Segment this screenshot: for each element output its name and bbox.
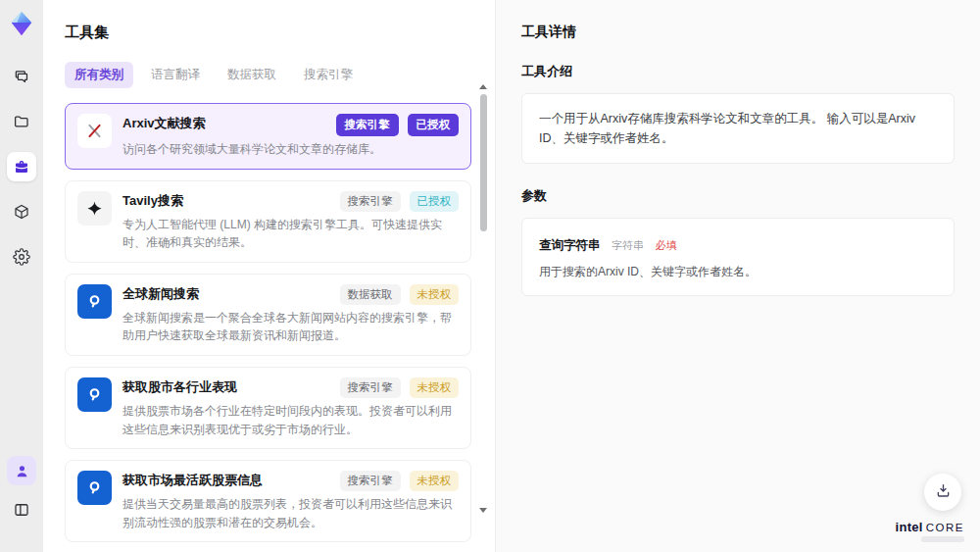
rail-item-folder[interactable] bbox=[7, 107, 36, 136]
rail-item-toolbox[interactable] bbox=[7, 152, 36, 181]
tool-card-body: 全球新闻搜索 数据获取 未授权 全球新闻搜索是一个聚合全球各大新闻网站内容的搜索… bbox=[122, 284, 459, 345]
category-badge: 数据获取 bbox=[340, 284, 401, 305]
scroll-up-arrow-icon[interactable] bbox=[479, 84, 487, 89]
rail-item-user[interactable] bbox=[7, 456, 36, 485]
tool-description: 提供当天交易量最高的股票列表，投资者可以利用这些信息来识别流动性强的股票和潜在的… bbox=[122, 495, 459, 531]
arxiv-icon bbox=[77, 114, 112, 148]
scrollbar-thumb[interactable] bbox=[480, 94, 487, 231]
intro-card: 一个用于从Arxiv存储库搜索科学论文和文章的工具。 输入可以是Arxiv ID… bbox=[521, 93, 955, 164]
core-logo-text: CORE bbox=[926, 522, 964, 533]
param-desc: 用于搜索的Arxiv ID、关键字或作者姓名。 bbox=[539, 264, 937, 280]
tool-badges: 数据获取 未授权 bbox=[340, 284, 460, 305]
auth-status-badge: 已授权 bbox=[408, 114, 460, 136]
auth-status-badge: 已授权 bbox=[410, 191, 460, 212]
tool-card-body: 获取市场最活跃股票信息 搜索引擎 未授权 提供当天交易量最高的股票列表，投资者可… bbox=[122, 471, 459, 531]
chat-icon bbox=[13, 68, 30, 85]
tab-all-categories[interactable]: 所有类别 bbox=[65, 62, 133, 88]
tavily-icon bbox=[77, 191, 112, 226]
intel-logo-text: intel bbox=[896, 520, 923, 534]
tool-badges: 搜索引擎 已授权 bbox=[340, 191, 460, 212]
param-name: 查询字符串 bbox=[539, 238, 601, 252]
app-window: 工具集 所有类别 语言翻译 数据获取 搜索引擎 Arxiv文献搜索 搜索引擎 已… bbox=[0, 0, 980, 552]
tool-title: 获取市场最活跃股票信息 bbox=[122, 471, 263, 489]
tool-description: 专为人工智能代理 (LLM) 构建的搜索引擎工具。可快速提供实时、准确和真实的结… bbox=[122, 216, 459, 252]
tab-language-translation[interactable]: 语言翻译 bbox=[141, 62, 210, 88]
package-icon bbox=[13, 203, 30, 221]
category-badge: 搜索引擎 bbox=[336, 114, 399, 136]
auth-status-badge: 未授权 bbox=[410, 471, 460, 491]
download-button[interactable] bbox=[924, 474, 961, 511]
user-icon bbox=[14, 463, 30, 479]
tool-title: Tavily搜索 bbox=[122, 191, 183, 210]
tool-title: 获取股市各行业表现 bbox=[122, 377, 237, 396]
tool-card-body: Arxiv文献搜索 搜索引擎 已授权 访问各个研究领域大量科学论文和文章的存储库… bbox=[122, 114, 459, 159]
tool-card-body: 获取股市各行业表现 搜索引擎 未授权 提供股票市场各个行业在特定时间段内的表现。… bbox=[122, 377, 459, 438]
category-badge: 搜索引擎 bbox=[340, 377, 401, 398]
tool-description: 提供股票市场各个行业在特定时间段内的表现。投资者可以利用这些信息来识别表现优于或… bbox=[122, 402, 459, 438]
category-tabs: 所有类别 语言翻译 数据获取 搜索引擎 bbox=[65, 62, 471, 88]
tab-search-engine[interactable]: 搜索引擎 bbox=[294, 62, 363, 88]
tool-description: 访问各个研究领域大量科学论文和文章的存储库。 bbox=[122, 140, 459, 159]
param-type: 字符串 bbox=[612, 239, 644, 251]
icon-rail bbox=[0, 0, 43, 552]
param-header: 查询字符串 字符串 必填 bbox=[539, 233, 937, 255]
scroll-down-arrow-icon[interactable] bbox=[479, 508, 487, 513]
params-heading: 参数 bbox=[521, 187, 955, 205]
auth-status-badge: 未授权 bbox=[410, 377, 460, 398]
panel-toggle-icon bbox=[13, 501, 30, 519]
intel-core-logo: intelCORE bbox=[896, 520, 964, 542]
download-icon bbox=[934, 481, 953, 504]
intro-text: 一个用于从Arxiv存储库搜索科学论文和文章的工具。 输入可以是Arxiv ID… bbox=[539, 109, 937, 148]
tool-badges: 搜索引擎 已授权 bbox=[336, 114, 460, 136]
rail-item-chat[interactable] bbox=[7, 62, 36, 91]
tool-card[interactable]: Arxiv文献搜索 搜索引擎 已授权 访问各个研究领域大量科学论文和文章的存储库… bbox=[65, 103, 471, 170]
tool-detail-panel: 工具详情 工具介绍 一个用于从Arxiv存储库搜索科学论文和文章的工具。 输入可… bbox=[495, 0, 980, 552]
tool-badges: 搜索引擎 未授权 bbox=[340, 471, 460, 491]
tool-list: Arxiv文献搜索 搜索引擎 已授权 访问各个研究领域大量科学论文和文章的存储库… bbox=[65, 103, 471, 546]
auth-status-badge: 未授权 bbox=[410, 284, 460, 305]
tool-card[interactable]: 全球新闻搜索 数据获取 未授权 全球新闻搜索是一个聚合全球各大新闻网站内容的搜索… bbox=[65, 274, 471, 356]
intro-heading: 工具介绍 bbox=[521, 63, 955, 80]
folder-icon bbox=[13, 113, 30, 130]
tab-data-acquisition[interactable]: 数据获取 bbox=[218, 62, 286, 88]
rail-item-settings[interactable] bbox=[7, 242, 36, 272]
tool-list-panel: 工具集 所有类别 语言翻译 数据获取 搜索引擎 Arxiv文献搜索 搜索引擎 已… bbox=[43, 0, 495, 552]
param-card: 查询字符串 字符串 必填 用于搜索的Arxiv ID、关键字或作者姓名。 bbox=[521, 218, 955, 296]
settings-icon bbox=[13, 248, 30, 266]
tool-card[interactable]: 获取股市各行业表现 搜索引擎 未授权 提供股票市场各个行业在特定时间段内的表现。… bbox=[65, 367, 471, 449]
tool-badges: 搜索引擎 未授权 bbox=[340, 377, 460, 398]
magnifier-icon bbox=[77, 284, 112, 319]
tool-title: Arxiv文献搜索 bbox=[122, 114, 206, 132]
toolbox-icon bbox=[13, 158, 30, 176]
tool-card[interactable]: Tavily搜索 搜索引擎 已授权 专为人工智能代理 (LLM) 构建的搜索引擎… bbox=[65, 180, 471, 263]
tool-card[interactable]: 获取市场最活跃股票信息 搜索引擎 未授权 提供当天交易量最高的股票列表，投资者可… bbox=[65, 460, 471, 542]
magnifier-icon bbox=[77, 471, 112, 505]
tool-card-body: Tavily搜索 搜索引擎 已授权 专为人工智能代理 (LLM) 构建的搜索引擎… bbox=[122, 191, 459, 252]
intel-logo-subtext bbox=[921, 536, 964, 542]
app-logo-icon bbox=[7, 9, 36, 38]
magnifier-icon bbox=[77, 377, 112, 412]
rail-item-package[interactable] bbox=[7, 197, 36, 226]
tool-title: 全球新闻搜索 bbox=[122, 284, 199, 303]
page-title: 工具集 bbox=[65, 24, 471, 42]
param-required-flag: 必填 bbox=[655, 239, 676, 251]
category-badge: 搜索引擎 bbox=[340, 471, 401, 491]
category-badge: 搜索引擎 bbox=[340, 191, 401, 212]
tool-description: 全球新闻搜索是一个聚合全球各大新闻网站内容的搜索引擎，帮助用户快速获取全球最新资… bbox=[122, 309, 459, 345]
detail-title: 工具详情 bbox=[521, 24, 955, 41]
list-scrollbar[interactable] bbox=[478, 84, 488, 513]
rail-item-panel[interactable] bbox=[7, 495, 36, 525]
